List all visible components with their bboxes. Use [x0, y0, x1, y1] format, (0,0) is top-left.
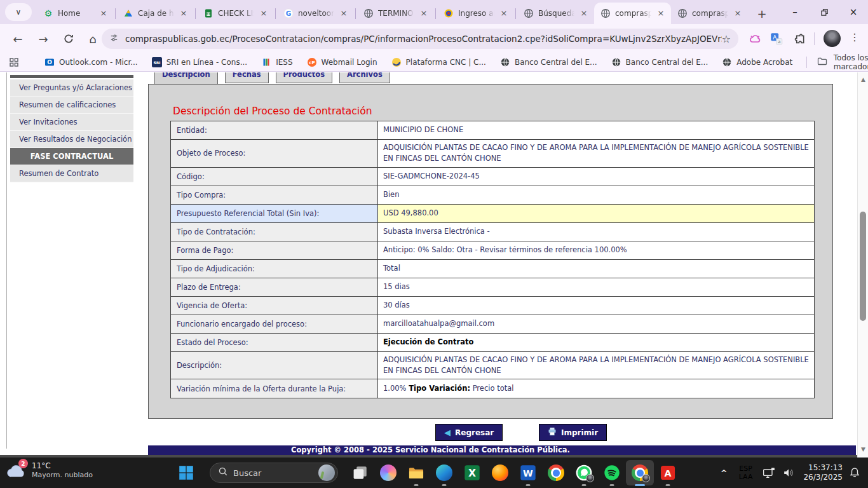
- address-bar[interactable]: compraspublicas.gob.ec/ProcesoContrataci…: [102, 29, 738, 49]
- spotify-app[interactable]: [598, 458, 626, 488]
- browser-tab-ingreso[interactable]: Ingreso al ×: [437, 3, 514, 24]
- excel-app[interactable]: X: [458, 458, 486, 488]
- bookmark-outlook[interactable]: OOutlook.com - Micr...: [44, 57, 138, 67]
- bookmark-iess[interactable]: IESS: [261, 57, 292, 67]
- site-info-icon[interactable]: [109, 33, 119, 45]
- close-icon[interactable]: ×: [499, 8, 509, 18]
- volume-icon[interactable]: [783, 467, 796, 478]
- search-box[interactable]: Buscar: [210, 463, 338, 483]
- imprimir-button[interactable]: Imprimir: [539, 424, 607, 441]
- file-explorer-app[interactable]: [402, 458, 430, 488]
- google-drive-icon: [123, 8, 133, 18]
- scroll-up-icon[interactable]: ▲: [858, 76, 868, 83]
- scrollbar[interactable]: ▲ ▼: [857, 72, 868, 458]
- task-view-button[interactable]: [346, 458, 374, 488]
- bookmark-cnc[interactable]: Plataforma CNC | C...: [391, 57, 486, 67]
- close-icon[interactable]: ×: [579, 8, 589, 18]
- browser-tab-comprasp-2[interactable]: comprasp ×: [671, 3, 748, 24]
- weather-extension-icon[interactable]: [748, 32, 762, 46]
- bookmark-webmail[interactable]: cPWebmail Login: [307, 57, 377, 67]
- clock[interactable]: 15:37:13 26/3/2025: [803, 463, 843, 482]
- tray-time: 15:37:13: [803, 463, 843, 473]
- sidebar-item-calificaciones[interactable]: Resumen de calificaciones: [10, 97, 133, 114]
- browser-tab-sheets[interactable]: CHECK LIS ×: [197, 3, 274, 24]
- word-app[interactable]: W: [514, 458, 542, 488]
- restore-button[interactable]: [810, 0, 839, 24]
- sidebar-item-preguntas[interactable]: Ver Preguntas y/ó Aclaraciones: [10, 79, 133, 97]
- browser-tab-termino[interactable]: TERMINO ×: [357, 3, 434, 24]
- new-tab-button[interactable]: +: [753, 4, 771, 22]
- table-row: Funcionario encargado del proceso:marcil…: [171, 315, 814, 334]
- extensions-puzzle-icon[interactable]: [792, 32, 806, 46]
- taskbar: 2 11°C Mayorm. nublado Buscar X W: [0, 458, 868, 488]
- table-row: Objeto de Proceso:ADQUISICIÓN PLANTAS DE…: [171, 140, 814, 168]
- tab-productos[interactable]: Productos: [276, 72, 332, 83]
- copilot-app[interactable]: [374, 458, 402, 488]
- table-row: Tipo de Adjudicación:Total: [171, 260, 814, 278]
- close-icon[interactable]: ×: [656, 8, 666, 18]
- tab-descripcion[interactable]: Descripción: [154, 72, 218, 84]
- start-button[interactable]: [179, 465, 194, 480]
- firefox-app[interactable]: [486, 458, 514, 488]
- tab-separator: [515, 8, 516, 19]
- close-icon[interactable]: ×: [98, 8, 109, 18]
- profile-avatar[interactable]: [824, 30, 841, 47]
- chrome-app-active[interactable]: [626, 460, 654, 485]
- sidebar-item-resumen-contrato[interactable]: Resumen de Contrato: [10, 165, 133, 182]
- google-sheets-icon: [203, 8, 214, 18]
- scroll-down-icon[interactable]: ▼: [858, 446, 868, 452]
- close-icon[interactable]: ×: [339, 8, 349, 18]
- table-row-variacion: Variación mínima de la Oferta durante la…: [171, 379, 814, 398]
- tray-chevron-icon[interactable]: ^: [721, 468, 728, 478]
- all-bookmarks-label[interactable]: Todos los marcadores: [834, 53, 868, 71]
- scrollbar-thumb[interactable]: [860, 212, 866, 321]
- browser-tab-comprasp-active[interactable]: comprasp ×: [594, 3, 671, 24]
- close-window-button[interactable]: ×: [839, 0, 868, 24]
- whatsapp-app[interactable]: [570, 458, 598, 488]
- edge-app[interactable]: [430, 458, 458, 488]
- close-icon[interactable]: ×: [259, 8, 269, 18]
- browser-tab-busqueda[interactable]: Búsqueda ×: [517, 3, 594, 24]
- sidebar-item-negociacion[interactable]: Ver Resultados de Negociación: [10, 131, 133, 148]
- tab-archivos[interactable]: Archivos: [339, 72, 390, 83]
- bookmark-sri[interactable]: SRISRI en Línea - Cons...: [152, 57, 247, 67]
- table-row: Entidad:MUNICIPIO DE CHONE: [171, 121, 814, 140]
- bookmark-banco-central-2[interactable]: Banco Central del E...: [611, 57, 709, 67]
- menu-icon[interactable]: ⋮: [850, 31, 860, 43]
- apps-grid-icon[interactable]: [9, 57, 19, 67]
- close-icon[interactable]: ×: [179, 8, 189, 18]
- weather-widget[interactable]: 2 11°C Mayorm. nublado: [5, 461, 93, 480]
- translate-icon[interactable]: Aa: [770, 32, 783, 46]
- close-icon[interactable]: ×: [733, 8, 743, 18]
- acrobat-app[interactable]: A: [654, 458, 682, 488]
- minimize-button[interactable]: –: [780, 0, 810, 24]
- browser-tab-home[interactable]: ⚙ Home ×: [37, 3, 114, 24]
- bookmark-star-icon[interactable]: ☆: [722, 33, 731, 45]
- regresar-button[interactable]: ◀ Regresar: [435, 424, 503, 441]
- network-icon[interactable]: [763, 467, 775, 478]
- url-text[interactable]: compraspublicas.gob.ec/ProcesoContrataci…: [125, 34, 722, 44]
- bookmark-adobe-acrobat[interactable]: Adobe Acrobat: [722, 57, 792, 67]
- search-highlight-image[interactable]: [318, 464, 335, 481]
- browser-tab-drive[interactable]: Caja de he ×: [117, 3, 194, 24]
- sidebar-item-invitaciones[interactable]: Ver Invitaciones: [10, 114, 133, 131]
- search-icon: [218, 466, 228, 479]
- bookmark-banco-central-1[interactable]: Banco Central del E...: [500, 57, 597, 67]
- table-row: Descripción:ADQUISICIÓN PLANTAS DE CACAO…: [171, 352, 814, 380]
- home-icon[interactable]: ⌂: [85, 31, 100, 46]
- reload-icon[interactable]: [61, 31, 76, 46]
- tab-fechas[interactable]: Fechas: [225, 72, 269, 83]
- table-row: Código:SIE-GADMCHONE-2024-45: [171, 168, 814, 186]
- tab-separator: [355, 8, 356, 19]
- browser-tab-noveltoon[interactable]: G noveltoon ×: [277, 3, 354, 24]
- svg-text:A: A: [773, 34, 776, 41]
- search-placeholder: Buscar: [233, 468, 318, 478]
- close-icon[interactable]: ×: [419, 8, 429, 18]
- language-indicator[interactable]: ESP LAA: [739, 464, 753, 481]
- back-arrow-icon: ◀: [444, 428, 451, 437]
- forward-icon[interactable]: →: [36, 31, 51, 46]
- chrome-app[interactable]: [542, 458, 570, 488]
- back-icon[interactable]: ←: [10, 31, 25, 46]
- notification-bell-icon[interactable]: [849, 467, 860, 478]
- tab-search-button[interactable]: ∨: [5, 3, 32, 21]
